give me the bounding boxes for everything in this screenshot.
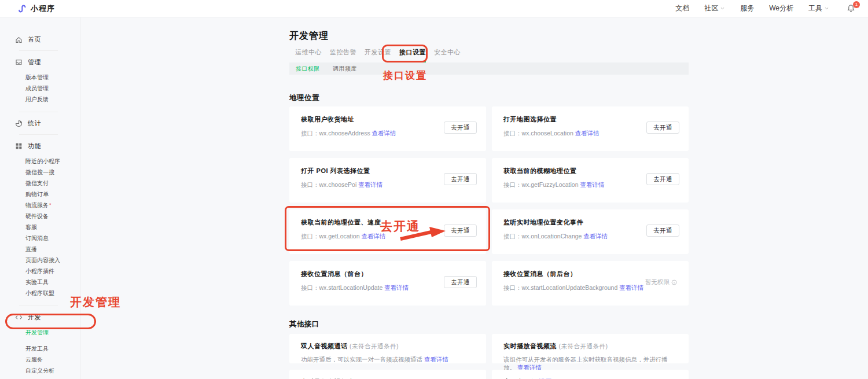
api-code: wx.getLocation xyxy=(319,233,360,240)
view-details-link[interactable]: 查看详情 xyxy=(424,356,448,363)
miniprogram-logo[interactable]: 小程序 xyxy=(17,3,55,14)
api-prefix: 接口： xyxy=(503,233,522,240)
activate-button[interactable]: 去开通 xyxy=(646,122,679,134)
sidebar-item-miniprogram-plugins[interactable]: 小程序插件 xyxy=(0,266,80,277)
nav-community[interactable]: 社区 xyxy=(704,3,725,13)
activate-button[interactable]: 去开通 xyxy=(646,173,679,185)
api-card-choose-address: 获取用户收货地址 接口：wx.chooseAddress 查看详情 去开通 xyxy=(289,106,486,151)
sidebar-item-wechat-search[interactable]: 微信搜一搜 xyxy=(0,167,80,178)
page-title: 开发管理 xyxy=(289,30,689,42)
api-card-get-location: 获取当前的地理位置、速度 接口：wx.getLocation 查看详情 去开通 xyxy=(289,209,486,254)
develop-sublist: 开发管理 开发工具 云服务 自定义分析 xyxy=(0,327,80,376)
sidebar-item-miniprogram-alliance[interactable]: 小程序联盟 xyxy=(0,288,80,299)
no-permission-status: 暂无权限 xyxy=(645,278,677,286)
sidebar-item-version-management[interactable]: 版本管理 xyxy=(0,72,80,83)
chevron-down-icon xyxy=(720,6,725,11)
view-details-link[interactable]: 查看详情 xyxy=(358,181,382,188)
subtab-api-permissions[interactable]: 接口权限 xyxy=(296,65,320,73)
tab-bar: 运维中心 监控告警 开发设置 接口设置 安全中心 xyxy=(289,48,689,62)
activate-button[interactable]: 去开通 xyxy=(646,225,679,237)
api-code: wx.chooseAddress xyxy=(319,130,370,137)
sidebar-item-manage[interactable]: 管理 xyxy=(0,58,80,66)
sidebar-item-cloud-services[interactable]: 云服务 xyxy=(0,354,80,365)
activate-button[interactable]: 去开通 xyxy=(444,225,477,237)
sidebar-item-customer-service[interactable]: 客服 xyxy=(0,222,80,233)
sidebar-item-hardware-devices[interactable]: 硬件设备 xyxy=(0,211,80,222)
inbox-icon xyxy=(15,58,23,66)
api-prefix: 接口： xyxy=(503,284,522,291)
api-card-choose-location: 打开地图选择位置 接口：wx.chooseLocation 查看详情 去开通 xyxy=(492,106,689,151)
tab-api-settings[interactable]: 接口设置 xyxy=(399,48,426,62)
api-card-voip-call: 双人音视频通话 (未符合开通条件) 功能开通后，可以实现一对一音频或视频通话 查… xyxy=(289,334,486,363)
divider xyxy=(19,112,58,112)
tab-security-center[interactable]: 安全中心 xyxy=(434,48,461,62)
sidebar-item-statistics[interactable]: 统计 xyxy=(0,119,80,127)
api-code: wx.startLocationUpdate xyxy=(319,284,383,291)
sidebar-item-member-management[interactable]: 成员管理 xyxy=(0,83,80,94)
condition-note: (未符合开通条件) xyxy=(350,343,399,349)
activate-button[interactable]: 去开通 xyxy=(444,173,477,185)
api-card-on-location-change: 监听实时地理位置变化事件 接口：wx.onLocationChange 查看详情… xyxy=(492,209,689,254)
divider xyxy=(19,50,58,51)
sidebar-item-experiment-tools[interactable]: 实验工具 xyxy=(0,277,80,288)
activate-button[interactable]: 去开通 xyxy=(444,276,477,288)
activate-button[interactable]: 去开通 xyxy=(444,122,477,134)
api-code: wx.onLocationChange xyxy=(522,233,582,240)
chevron-down-icon xyxy=(824,6,829,11)
pie-chart-icon xyxy=(15,120,23,127)
sidebar-item-develop[interactable]: 开发 xyxy=(0,313,80,321)
geo-card-grid: 获取用户收货地址 接口：wx.chooseAddress 查看详情 去开通 打开… xyxy=(289,106,689,306)
sidebar-item-nearby-miniprograms[interactable]: 附近的小程序 xyxy=(0,156,80,167)
subtab-call-frequency[interactable]: 调用频度 xyxy=(333,65,357,73)
view-details-link[interactable]: 查看详情 xyxy=(361,233,385,240)
tab-monitoring-alerts[interactable]: 监控告警 xyxy=(330,48,356,62)
sidebar-item-dev-tools[interactable]: 开发工具 xyxy=(0,343,80,354)
view-details-link[interactable]: 查看详情 xyxy=(619,284,643,291)
sidebar-item-page-content-access[interactable]: 页面内容接入 xyxy=(0,255,80,266)
sidebar-item-shopping-orders[interactable]: 购物订单 xyxy=(0,189,80,200)
tab-dev-settings[interactable]: 开发设置 xyxy=(365,48,391,62)
view-details-link[interactable]: 查看详情 xyxy=(580,181,604,188)
view-details-link[interactable]: 查看详情 xyxy=(384,284,409,291)
nav-docs[interactable]: 文档 xyxy=(675,3,689,13)
section-title-other-apis: 其他接口 xyxy=(289,319,689,329)
sidebar-item-dev-management[interactable]: 开发管理 xyxy=(0,327,80,338)
api-prefix: 接口： xyxy=(503,181,522,188)
nav-services[interactable]: 服务 xyxy=(740,3,754,13)
nav-tools[interactable]: 工具 xyxy=(808,3,829,13)
sidebar-item-user-feedback[interactable]: 用户反馈 xyxy=(0,94,80,105)
notification-bell-button[interactable]: 1 xyxy=(847,4,855,13)
nav-we-analytics[interactable]: We分析 xyxy=(769,3,793,13)
view-details-link[interactable]: 查看详情 xyxy=(583,233,608,240)
main-content: 开发管理 运维中心 监控告警 开发设置 接口设置 安全中心 接口权限 调用频度 … xyxy=(289,17,689,379)
condition-note: (未符合开通条件) xyxy=(559,343,608,349)
api-prefix: 接口： xyxy=(301,284,319,291)
sidebar-item-logistics-service[interactable]: 物流服务* xyxy=(0,200,80,211)
api-code: wx.choosePoi xyxy=(319,181,357,188)
miniprogram-logo-icon xyxy=(17,4,27,13)
sidebar-item-wechat-pay[interactable]: 微信支付 xyxy=(0,178,80,189)
sidebar-item-custom-analysis[interactable]: 自定义分析 xyxy=(0,365,80,376)
api-card-live-player: 实时播放音视频流 (未符合开通条件) 该组件可从开发者的服务器上实时获取音视频信… xyxy=(492,334,689,363)
home-icon xyxy=(15,36,23,43)
view-details-link[interactable]: 查看详情 xyxy=(575,130,599,137)
divider xyxy=(19,306,58,306)
grid-icon xyxy=(15,142,23,150)
api-prefix: 接口： xyxy=(301,233,319,240)
api-card-start-location-update: 接收位置消息（前台） 接口：wx.startLocationUpdate 查看详… xyxy=(289,261,486,306)
divider xyxy=(19,134,58,135)
other-card-grid: 双人音视频通话 (未符合开通条件) 功能开通后，可以实现一对一音频或视频通话 查… xyxy=(289,334,689,379)
sidebar-item-features[interactable]: 功能 xyxy=(0,142,80,150)
api-prefix: 接口： xyxy=(301,130,319,137)
api-card-get-fuzzy-location: 获取当前的模糊地理位置 接口：wx.getFuzzyLocation 查看详情 … xyxy=(492,158,689,203)
view-details-link[interactable]: 查看详情 xyxy=(372,130,396,137)
api-prefix: 接口： xyxy=(301,181,319,188)
api-card-start-location-update-background: 接收位置消息（前后台） 接口：wx.startLocationUpdateBac… xyxy=(492,261,689,306)
api-card-live-pusher: 实时录制音视频流 (未符合开通条件) xyxy=(289,370,486,379)
tab-operations-center[interactable]: 运维中心 xyxy=(295,48,322,62)
sidebar-item-live-streaming[interactable]: 直播 xyxy=(0,244,80,255)
info-icon xyxy=(671,279,677,285)
sidebar-item-home[interactable]: 首页 xyxy=(0,35,80,43)
sidebar-item-subscribe-messages[interactable]: 订阅消息 xyxy=(0,233,80,244)
api-card-red-packet: 小程序红包 设置 xyxy=(492,370,689,379)
